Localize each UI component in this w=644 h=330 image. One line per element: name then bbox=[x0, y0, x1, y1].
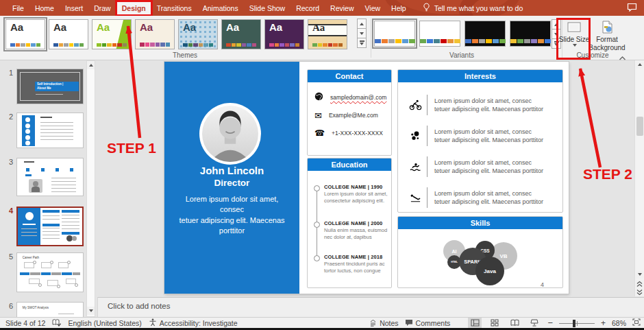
theme-thumbnail-4[interactable]: Aa bbox=[135, 19, 175, 49]
education-header: Education bbox=[308, 158, 391, 171]
thumbnail-scroll-up-icon[interactable] bbox=[87, 61, 95, 69]
slide-number: 2 bbox=[3, 113, 13, 121]
theme-thumbnail-6[interactable]: Aa bbox=[221, 19, 261, 49]
tab-review[interactable]: Review bbox=[325, 0, 359, 16]
interests-box[interactable]: Interests Lorem ipsum dolor sit amet, co… bbox=[397, 69, 563, 213]
normal-view-button[interactable] bbox=[468, 318, 482, 328]
fit-slide-icon[interactable] bbox=[632, 318, 641, 327]
slide-thumbnail-1[interactable]: Self Introduction | About Me bbox=[16, 69, 84, 104]
interest-divider bbox=[427, 126, 428, 146]
variant-thumbnail-3[interactable] bbox=[465, 21, 506, 47]
powerpoint-window: File Home Insert Draw Design Transitions… bbox=[0, 0, 644, 330]
tab-animations[interactable]: Animations bbox=[197, 0, 244, 16]
zoom-slider[interactable] bbox=[559, 319, 595, 327]
education-entry-title: COLLEGE NAME | 1990 bbox=[324, 184, 388, 190]
slide-thumbnail-5[interactable]: Career Path bbox=[16, 252, 84, 292]
slide-canvas[interactable]: John Lincoln Director Lorem ipsum dolor … bbox=[164, 62, 569, 294]
thumb-decoration bbox=[55, 168, 59, 172]
theme-sample-text: Aa bbox=[97, 22, 127, 34]
thumb-text-lines bbox=[42, 215, 60, 221]
timeline-dot bbox=[314, 222, 320, 228]
format-background-button[interactable]: Format Background bbox=[589, 19, 625, 52]
tab-help[interactable]: Help bbox=[386, 0, 412, 16]
next-slide-button[interactable] bbox=[636, 288, 643, 296]
previous-slide-button[interactable] bbox=[636, 280, 643, 288]
slide-thumbnail-4[interactable] bbox=[16, 207, 84, 246]
profile-photo[interactable] bbox=[199, 103, 261, 165]
education-entry-desc: Nulla enim massa, euismod nec dolor at, … bbox=[324, 227, 388, 241]
profile-summary[interactable]: Lorem ipsum dolor sit amet, consec tetue… bbox=[170, 194, 294, 237]
language-indicator[interactable]: English (United States) bbox=[68, 319, 141, 327]
thumbnail-scroll-down-icon[interactable] bbox=[87, 307, 95, 315]
variant-thumbnail-2[interactable] bbox=[419, 21, 460, 47]
education-entry-desc: Praesent tincidunt puris ac tortor luctu… bbox=[324, 261, 388, 274]
feedback-icon[interactable] bbox=[627, 3, 637, 13]
notes-toggle[interactable]: Notes bbox=[369, 319, 398, 327]
thumb-decoration bbox=[50, 261, 53, 264]
variant-thumbnail-4[interactable] bbox=[510, 21, 551, 47]
tab-insert[interactable]: Insert bbox=[60, 0, 88, 16]
contact-box[interactable]: Contact sampledomain@.com ✉ Example@Me.c… bbox=[307, 69, 392, 156]
slide-sorter-view-button[interactable] bbox=[488, 318, 501, 328]
comments-toggle[interactable]: Comments bbox=[405, 319, 451, 327]
profile-name[interactable]: John Lincoln bbox=[164, 165, 299, 178]
slide-thumbnail-2[interactable] bbox=[16, 113, 84, 148]
profile-panel[interactable]: John Lincoln Director Lorem ipsum dolor … bbox=[164, 62, 299, 294]
editor-scrollbar[interactable] bbox=[634, 60, 644, 296]
education-entry-desc: Lorem ipsum dolor sit amet, consectetur … bbox=[324, 191, 388, 204]
theme-thumbnail-2[interactable]: Aa bbox=[49, 19, 88, 49]
tab-record[interactable]: Record bbox=[290, 0, 325, 16]
thumbnail-panel-scrollbar[interactable] bbox=[86, 60, 95, 317]
skills-box[interactable]: Skills AI VB CSS HTML SPARK Java bbox=[397, 216, 563, 288]
slide-thumbnail-3[interactable] bbox=[16, 158, 84, 196]
notes-placeholder[interactable]: Click to add notes bbox=[108, 302, 644, 310]
slide-number: 6 bbox=[3, 302, 13, 310]
thumb-decoration bbox=[70, 168, 73, 172]
tab-design[interactable]: Design bbox=[116, 0, 151, 16]
thumb-text-lines bbox=[40, 117, 52, 118]
tab-transitions[interactable]: Transitions bbox=[151, 0, 197, 16]
theme-thumbnail-1[interactable]: Aa bbox=[5, 19, 45, 49]
zoom-level[interactable]: 68% bbox=[612, 319, 626, 327]
spellcheck-icon[interactable] bbox=[52, 318, 61, 328]
theme-color-strip bbox=[269, 43, 299, 47]
theme-thumbnail-3[interactable]: Aa bbox=[92, 19, 132, 49]
tab-home[interactable]: Home bbox=[29, 0, 60, 16]
thumb-decoration bbox=[62, 210, 79, 213]
themes-more-icon[interactable] bbox=[357, 38, 367, 48]
slide-size-button[interactable]: Slide Size bbox=[558, 19, 591, 47]
lightbulb-icon bbox=[423, 3, 430, 13]
profile-title[interactable]: Director bbox=[164, 178, 299, 188]
notes-pane[interactable]: Click to add notes bbox=[97, 297, 644, 317]
slide-number-selected: 4 bbox=[3, 207, 13, 215]
zoom-out-icon[interactable]: − bbox=[547, 318, 553, 327]
editor-scroll-down-icon[interactable] bbox=[636, 270, 643, 279]
slideshow-view-button[interactable] bbox=[528, 318, 541, 328]
variant-thumbnail-1[interactable] bbox=[374, 21, 415, 47]
themes-scroll-down-icon[interactable] bbox=[357, 28, 367, 38]
tell-me-box[interactable]: Tell me what you want to do bbox=[423, 0, 523, 16]
editor-scrollbar-thumb[interactable] bbox=[636, 117, 643, 136]
tab-view[interactable]: View bbox=[359, 0, 386, 16]
tab-draw[interactable]: Draw bbox=[88, 0, 116, 16]
themes-scroll-up-icon[interactable] bbox=[357, 19, 367, 29]
tab-file[interactable]: File bbox=[7, 0, 29, 16]
theme-thumbnail-7[interactable]: Aa bbox=[264, 19, 304, 49]
tab-slide-show[interactable]: Slide Show bbox=[244, 0, 291, 16]
accessibility-status[interactable]: Accessibility: Investigate bbox=[160, 319, 238, 327]
contact-email: Example@Me.com bbox=[329, 112, 378, 119]
zoom-slider-thumb[interactable] bbox=[573, 320, 575, 327]
thumb-decoration bbox=[33, 261, 36, 264]
theme-thumbnail-5[interactable]: Aa bbox=[178, 19, 218, 49]
interests-header: Interests bbox=[398, 70, 562, 82]
theme-thumbnail-8[interactable]: Aa bbox=[308, 19, 347, 49]
skill-bubble-java: Java bbox=[475, 257, 504, 285]
editor-scroll-up-icon[interactable] bbox=[636, 60, 643, 69]
slide-counter[interactable]: Slide 4 of 12 bbox=[5, 319, 45, 327]
reading-view-button[interactable] bbox=[508, 318, 521, 328]
education-box[interactable]: Education COLLEGE NAME | 1990 Lorem ipsu… bbox=[307, 158, 392, 288]
sports-balls-icon bbox=[404, 130, 427, 141]
variant-color-strip bbox=[510, 39, 551, 43]
variant-color-strip bbox=[420, 39, 460, 43]
zoom-in-icon[interactable]: + bbox=[601, 319, 606, 327]
